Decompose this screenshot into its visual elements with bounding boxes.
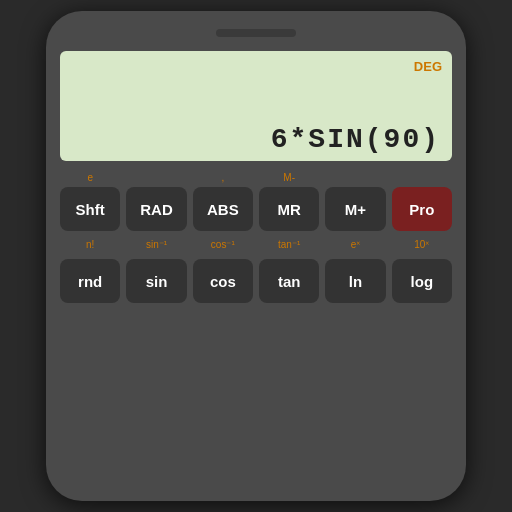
key-cell-rad: RAD <box>126 171 186 231</box>
key-cell-abs: , ABS <box>193 171 253 231</box>
tan-button[interactable]: tan <box>259 259 319 303</box>
abs-button[interactable]: ABS <box>193 187 253 231</box>
mplus-button[interactable]: M+ <box>325 187 385 231</box>
mr-secondary: M- <box>283 171 295 185</box>
deg-label: DEG <box>414 59 442 74</box>
speaker <box>216 29 296 37</box>
key-cell-cos: cos <box>193 259 253 303</box>
secondary-row-2: n! sin⁻¹ cos⁻¹ tan⁻¹ eˣ 10ˣ <box>60 237 452 253</box>
keypad-row-2: rnd sin cos tan ln log <box>60 259 452 303</box>
key-cell-mplus: M+ <box>325 171 385 231</box>
cos-secondary-label: cos⁻¹ <box>193 237 253 253</box>
ln-button[interactable]: ln <box>325 259 385 303</box>
key-cell-rnd: rnd <box>60 259 120 303</box>
key-cell-shft: e Shft <box>60 171 120 231</box>
ln-secondary-label: eˣ <box>325 237 385 253</box>
key-cell-mr: M- MR <box>259 171 319 231</box>
display-expression: 6*SIN(90) <box>72 124 440 155</box>
shft-button[interactable]: Shft <box>60 187 120 231</box>
key-cell-sin: sin <box>126 259 186 303</box>
pro-button[interactable]: Pro <box>392 187 452 231</box>
display-area: DEG 6*SIN(90) <box>60 51 452 161</box>
log-button[interactable]: log <box>392 259 452 303</box>
mr-button[interactable]: MR <box>259 187 319 231</box>
keypad: e Shft RAD , ABS M- MR M+ Pro <box>60 171 452 303</box>
rnd-secondary-label: n! <box>60 237 120 253</box>
tan-secondary-label: tan⁻¹ <box>259 237 319 253</box>
phone-frame: DEG 6*SIN(90) e Shft RAD , ABS M- MR <box>46 11 466 501</box>
sin-button[interactable]: sin <box>126 259 186 303</box>
cos-button[interactable]: cos <box>193 259 253 303</box>
key-cell-ln: ln <box>325 259 385 303</box>
sin-secondary-label: sin⁻¹ <box>126 237 186 253</box>
log-secondary-label: 10ˣ <box>392 237 452 253</box>
rnd-button[interactable]: rnd <box>60 259 120 303</box>
abs-secondary: , <box>221 171 224 185</box>
key-cell-pro: Pro <box>392 171 452 231</box>
rad-button[interactable]: RAD <box>126 187 186 231</box>
shft-secondary: e <box>87 171 93 185</box>
key-cell-tan: tan <box>259 259 319 303</box>
keypad-row-1: e Shft RAD , ABS M- MR M+ Pro <box>60 171 452 231</box>
key-cell-log: log <box>392 259 452 303</box>
